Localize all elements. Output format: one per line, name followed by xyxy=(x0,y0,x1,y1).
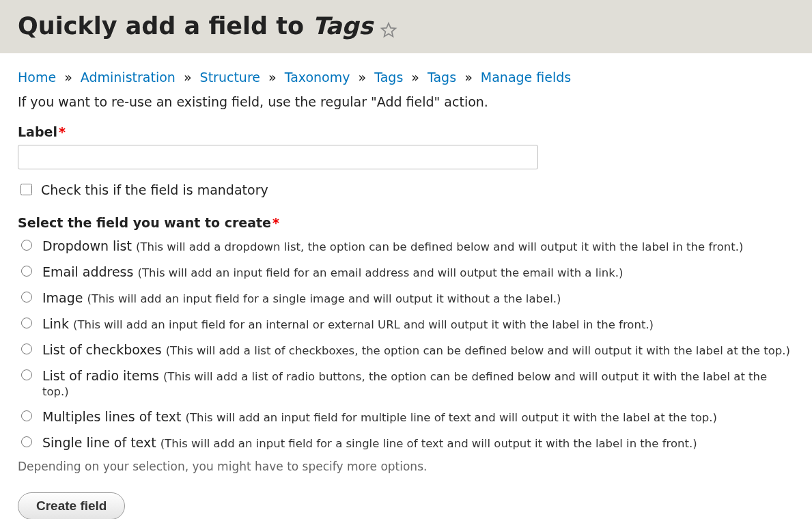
field-type-radio[interactable] xyxy=(21,318,32,328)
field-type-option-description: (This will add an input field for a sing… xyxy=(87,292,561,305)
page-title-entity: Tags xyxy=(312,12,373,40)
field-type-option-label: Email address xyxy=(42,264,137,279)
field-type-option[interactable]: Dropdown list (This will add a dropdown … xyxy=(18,237,794,253)
breadcrumb-link[interactable]: Tags xyxy=(374,70,403,85)
required-marker: * xyxy=(59,124,66,139)
field-type-radio[interactable] xyxy=(21,369,32,380)
page-title-prefix: Quickly add a field to xyxy=(18,12,312,40)
mandatory-checkbox-row: Check this if the field is mandatory xyxy=(18,182,794,197)
field-type-option-description: (This will add an input field for multip… xyxy=(186,411,717,424)
field-type-option-label: Image xyxy=(42,290,87,305)
create-field-button[interactable]: Create field xyxy=(18,492,125,519)
field-type-legend: Select the field you want to create* xyxy=(18,215,794,230)
field-type-option-label: Multiples lines of text xyxy=(42,409,186,424)
field-type-option[interactable]: Single line of text (This will add an in… xyxy=(18,434,794,450)
required-marker: * xyxy=(272,215,279,230)
field-type-option-description: (This will add a list of checkboxes, the… xyxy=(166,344,790,357)
breadcrumb-link[interactable]: Structure xyxy=(200,70,260,85)
field-type-radio[interactable] xyxy=(21,292,32,303)
field-type-radio-list: Dropdown list (This will add a dropdown … xyxy=(18,237,794,450)
field-type-option[interactable]: Multiples lines of text (This will add a… xyxy=(18,408,794,424)
breadcrumb-separator: » xyxy=(407,70,423,85)
label-input[interactable] xyxy=(18,145,538,169)
svg-marker-0 xyxy=(382,23,396,37)
field-type-option[interactable]: List of radio items (This will add a lis… xyxy=(18,367,794,398)
field-type-section: Select the field you want to create* Dro… xyxy=(18,215,794,473)
field-type-option-label: Link xyxy=(42,316,73,331)
label-field-wrapper: Label* xyxy=(18,124,794,169)
field-type-option-label: Single line of text xyxy=(42,435,160,450)
breadcrumb-separator: » xyxy=(460,70,477,85)
breadcrumb-separator: » xyxy=(60,70,76,85)
field-type-radio[interactable] xyxy=(21,343,32,354)
field-type-option-description: (This will add an input field for a sing… xyxy=(160,437,697,450)
field-type-option-description: (This will add an input field for an ema… xyxy=(137,266,623,279)
breadcrumb-separator: » xyxy=(354,70,371,85)
breadcrumb-link[interactable]: Taxonomy xyxy=(285,70,350,85)
breadcrumb-link[interactable]: Manage fields xyxy=(481,70,571,85)
breadcrumb-link[interactable]: Administration xyxy=(81,70,176,85)
field-type-radio[interactable] xyxy=(21,266,32,277)
content-area: Home » Administration » Structure » Taxo… xyxy=(0,53,812,519)
field-type-help: Depending on your selection, you might h… xyxy=(18,460,794,473)
field-type-option[interactable]: Email address (This will add an input fi… xyxy=(18,263,794,279)
breadcrumb-separator: » xyxy=(264,70,281,85)
field-type-radio[interactable] xyxy=(21,436,32,447)
field-type-radio[interactable] xyxy=(21,240,32,251)
field-type-option-description: (This will add an input field for an int… xyxy=(73,318,654,331)
intro-text: If you want to re-use an existing field,… xyxy=(18,94,794,109)
breadcrumb-link[interactable]: Tags xyxy=(428,70,456,85)
breadcrumb: Home » Administration » Structure » Taxo… xyxy=(18,70,794,85)
field-type-option-label: Dropdown list xyxy=(42,238,136,253)
label-field-label: Label* xyxy=(18,124,794,139)
page-header: Quickly add a field to Tags xyxy=(0,0,812,53)
mandatory-checkbox[interactable] xyxy=(20,184,32,195)
field-type-option-description: (This will add a dropdown list, the opti… xyxy=(136,240,743,253)
field-type-option[interactable]: Link (This will add an input field for a… xyxy=(18,315,794,331)
field-type-option-label: List of checkboxes xyxy=(42,342,166,357)
field-type-option[interactable]: Image (This will add an input field for … xyxy=(18,289,794,305)
field-type-radio[interactable] xyxy=(21,410,32,421)
breadcrumb-separator: » xyxy=(180,70,196,85)
field-type-option-label: List of radio items xyxy=(42,368,163,383)
mandatory-checkbox-label: Check this if the field is mandatory xyxy=(41,182,268,197)
page-title: Quickly add a field to Tags xyxy=(18,12,794,40)
field-type-option[interactable]: List of checkboxes (This will add a list… xyxy=(18,341,794,357)
breadcrumb-link[interactable]: Home xyxy=(18,70,56,85)
star-icon[interactable] xyxy=(380,17,397,35)
